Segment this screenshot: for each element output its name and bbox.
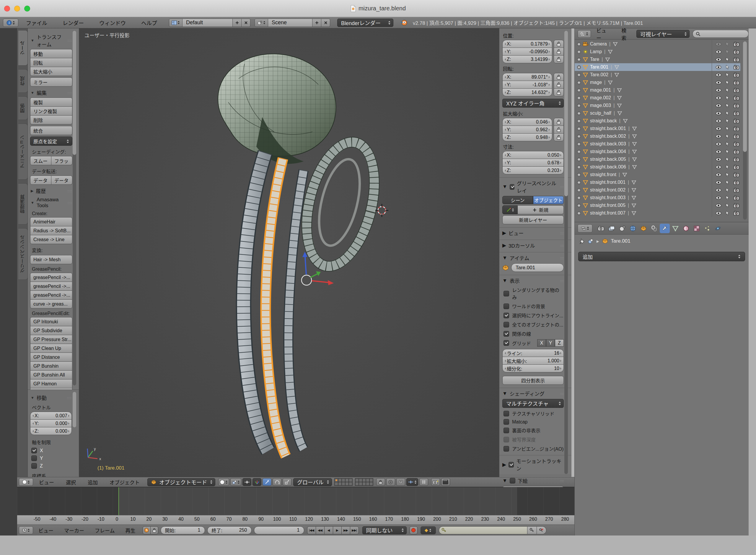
properties-tab-world[interactable] xyxy=(628,224,638,233)
toolshelf-button[interactable]: GP Subdivide xyxy=(30,326,73,335)
outliner-row[interactable]: Tare.001| xyxy=(575,63,740,71)
insert-keyframe-button[interactable] xyxy=(527,526,537,534)
viewport-menu-item[interactable]: 追加 xyxy=(82,478,104,486)
dimension-field[interactable]: X:0.050 xyxy=(502,151,564,159)
toolshelf-button[interactable]: greasePencil ->... xyxy=(30,273,73,282)
toolshelf-button[interactable]: GP Pressure Str... xyxy=(30,335,73,344)
renderability-toggle-icon[interactable] xyxy=(734,150,739,154)
toolshelf-button[interactable]: GP Iritonuki xyxy=(30,317,73,326)
mode-dropdown[interactable]: オブジェクトモード xyxy=(147,478,215,486)
vector-field[interactable]: Z:0.000 xyxy=(30,427,72,435)
toolshelf-panel-header[interactable]: ▶履歴:::: xyxy=(31,187,73,195)
renderability-toggle-icon[interactable] xyxy=(734,96,739,100)
renderability-toggle-icon[interactable] xyxy=(734,88,739,92)
toolshelf-button[interactable]: 移動 xyxy=(30,49,73,58)
quad-view-button[interactable]: 四分割表示 xyxy=(502,376,564,385)
outliner-menu-item[interactable]: ビュー xyxy=(591,27,616,41)
selectability-toggle-icon[interactable] xyxy=(725,103,729,108)
outliner-object-name[interactable]: straight.front xyxy=(590,172,616,177)
outliner-row[interactable]: straight.front.005| xyxy=(575,202,740,209)
grid-checkbox[interactable] xyxy=(504,340,509,346)
outliner-object-name[interactable]: Lamp xyxy=(590,49,602,54)
axis-checkbox-y[interactable] xyxy=(31,456,37,461)
renderability-toggle-icon[interactable] xyxy=(734,73,739,77)
outliner-object-name[interactable]: straight.back.002 xyxy=(590,134,626,139)
visibility-toggle-icon[interactable] xyxy=(715,173,721,177)
toolshelf-button[interactable]: AnimeHair xyxy=(30,217,73,226)
renderability-toggle-icon[interactable] xyxy=(734,142,739,146)
editor-type-button[interactable]: i xyxy=(3,18,18,27)
outliner-object-name[interactable]: straight.back.006 xyxy=(590,164,626,170)
rotation-mode-dropdown[interactable]: XYZ オイラー角 xyxy=(502,99,564,108)
visibility-toggle-icon[interactable] xyxy=(715,127,721,131)
lock-toggle[interactable] xyxy=(554,81,564,89)
toolshelf-button[interactable]: GP Clean Up xyxy=(30,344,73,353)
toolshelf-button[interactable]: Crease -> Line xyxy=(30,235,73,244)
lock-toggle[interactable] xyxy=(554,126,564,134)
outliner-row[interactable]: mage.002| xyxy=(575,94,740,102)
outliner-row[interactable]: straight.back.002| xyxy=(575,132,740,140)
viewport-shading-dropdown[interactable] xyxy=(218,478,229,486)
renderability-toggle-icon[interactable] xyxy=(734,111,739,116)
renderability-toggle-icon[interactable] xyxy=(734,57,739,62)
outliner-row[interactable]: straight.back.006| xyxy=(575,163,740,171)
operator-panel-scrollbar[interactable] xyxy=(73,392,76,427)
timeline-editor-type-button[interactable] xyxy=(19,526,33,534)
toolshelf-tab-3[interactable]: 関係 xyxy=(18,96,28,120)
axis-checkbox-z[interactable] xyxy=(31,463,37,469)
outliner-object-name[interactable]: straight.back.003 xyxy=(590,141,626,146)
renderability-toggle-icon[interactable] xyxy=(734,173,739,177)
rotation-field[interactable]: Z:14.632° xyxy=(502,88,552,96)
display-option-checkbox[interactable] xyxy=(504,331,509,337)
properties-tab-object-data[interactable] xyxy=(670,224,680,233)
lock-toggle[interactable] xyxy=(554,55,564,63)
renderability-toggle-icon[interactable] xyxy=(734,119,739,123)
snap-toggle[interactable] xyxy=(396,478,405,486)
lock-toggle[interactable] xyxy=(554,48,564,55)
renderability-toggle-icon[interactable] xyxy=(734,196,739,200)
add-scene-button[interactable] xyxy=(313,18,321,27)
visibility-toggle-icon[interactable] xyxy=(715,142,721,146)
renderability-toggle-icon[interactable] xyxy=(734,80,739,85)
outliner-object-name[interactable]: mage.002 xyxy=(590,95,611,100)
toolshelf-button[interactable]: 削除 xyxy=(30,115,73,124)
keying-set-dropdown[interactable]: ◆ xyxy=(421,526,436,534)
visibility-toggle-icon[interactable] xyxy=(715,42,721,46)
toolshelf-button[interactable]: 拡大縮小 xyxy=(30,67,73,76)
toolshelf-button[interactable]: データ xyxy=(51,176,73,185)
scale-field[interactable]: Y:0.962 xyxy=(502,126,552,134)
toolshelf-panel-header[interactable]: ▼編集:::: xyxy=(31,89,73,96)
delete-keyframe-button[interactable] xyxy=(537,526,546,534)
outliner-filter-dropdown[interactable]: 可視レイヤー xyxy=(636,30,690,38)
grid-axis-toggle-x[interactable]: X xyxy=(537,339,546,347)
selectability-toggle-icon[interactable] xyxy=(725,211,729,215)
properties-tab-render[interactable] xyxy=(596,224,606,233)
grease-pencil-checkbox[interactable] xyxy=(510,184,514,190)
timeline-menu-item[interactable]: 再生 xyxy=(120,527,141,534)
outliner-row[interactable]: mage| xyxy=(575,79,740,86)
shading-mode-dropdown[interactable]: マルチテクスチャ xyxy=(502,399,564,408)
screen-layout-name[interactable]: Default xyxy=(183,18,233,27)
motion-tracking-panel-header[interactable]: ▶モーショントラッキン xyxy=(502,457,564,472)
grease-pencil-panel-header[interactable]: ▼グリースペンシルレイ:::: xyxy=(502,179,564,194)
selectability-toggle-icon[interactable] xyxy=(725,126,729,131)
layer-grid[interactable] xyxy=(334,478,352,486)
properties-tab-material[interactable] xyxy=(681,224,691,233)
scene-name[interactable]: Scene xyxy=(268,18,313,27)
outliner-row[interactable]: straight.back.001| xyxy=(575,125,740,132)
auto-keyframe-button[interactable] xyxy=(410,526,418,534)
grease-pencil-datablock-dropdown[interactable] xyxy=(502,205,518,214)
delete-scene-button[interactable] xyxy=(321,18,330,27)
toolshelf-button[interactable]: GP Distance xyxy=(30,352,73,362)
toolshelf-tab-6[interactable]: グリースペンシル xyxy=(18,228,28,280)
visibility-toggle-icon[interactable] xyxy=(715,65,721,69)
outliner-row[interactable]: Tare| xyxy=(575,55,740,63)
selectability-toggle-icon[interactable] xyxy=(725,195,729,200)
outliner-menu-item[interactable]: 検索 xyxy=(616,27,636,41)
new-layer-button[interactable]: 新規レイヤー xyxy=(502,215,564,224)
toolshelf-button[interactable]: データ xyxy=(30,176,51,185)
outliner-object-name[interactable]: straight.front.002 xyxy=(590,187,625,193)
cursor-panel-header[interactable]: ▶3Dカーソル:::: xyxy=(502,242,564,249)
selectability-toggle-icon[interactable] xyxy=(725,42,729,46)
motion-tracking-checkbox[interactable] xyxy=(509,462,514,468)
